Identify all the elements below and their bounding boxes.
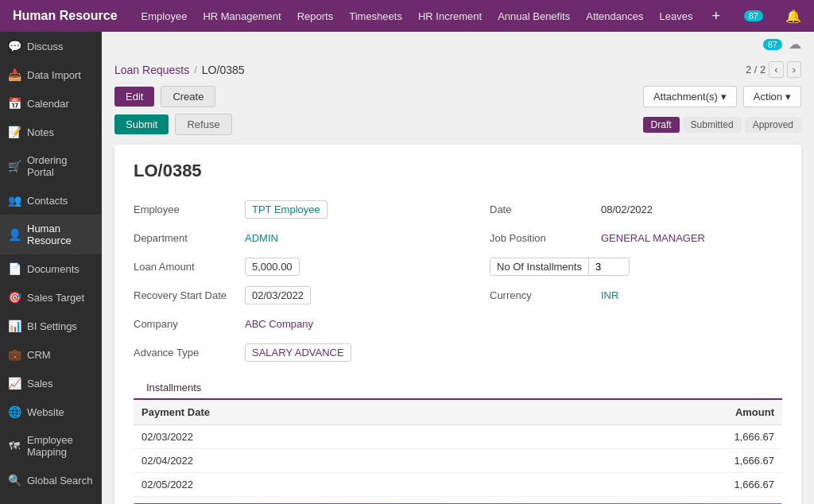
breadcrumb-current: LO/0385 [202, 64, 245, 76]
sidebar-label-website: Website [27, 406, 64, 418]
top-nav: Human Resource Employee HR Management Re… [0, 0, 814, 32]
no-installments-input[interactable] [589, 258, 629, 275]
nav-employee[interactable]: Employee [141, 10, 188, 22]
breadcrumb: Loan Requests / LO/0385 [114, 64, 245, 76]
job-position-label: Job Position [490, 232, 601, 244]
job-position-value[interactable]: GENERAL MANAGER [601, 232, 705, 244]
no-installments-field: No Of Installments [490, 254, 782, 278]
nav-attendances[interactable]: Attendances [586, 10, 643, 22]
status-approved-badge: Approved [745, 117, 801, 133]
page-header: Loan Requests / LO/0385 2 / 2 ‹ › [102, 56, 814, 83]
employee-mapping-icon: 🗺 [8, 440, 21, 452]
sidebar-item-website[interactable]: 🌐 Website [0, 397, 102, 426]
crm-icon: 💼 [8, 348, 21, 361]
sidebar-item-notes[interactable]: 📝 Notes [0, 118, 102, 146]
loan-amount-field: Loan Amount 5,000.00 [134, 254, 458, 278]
recovery-start-field: Recovery Start Date 02/03/2022 [134, 283, 458, 307]
sidebar-label-sales: Sales [27, 378, 53, 390]
sync-icon[interactable]: 🔔 [785, 9, 801, 24]
nav-timesheets[interactable]: Timesheets [349, 10, 402, 22]
nav-hr-increment[interactable]: HR Increment [418, 10, 482, 22]
create-button[interactable]: Create [161, 86, 215, 107]
sidebar-item-sales[interactable]: 📈 Sales [0, 369, 102, 397]
status-submitted-badge: Submitted [683, 117, 742, 133]
next-page-button[interactable]: › [787, 61, 801, 78]
col-amount: Amount [523, 400, 782, 425]
payment-date-cell: 02/05/2022 [134, 473, 523, 497]
sidebar-label-calendar: Calendar [27, 98, 69, 110]
company-field: Company ABC Company [134, 312, 458, 335]
company-value[interactable]: ABC Company [245, 318, 313, 330]
department-label: Department [134, 232, 245, 244]
breadcrumb-parent[interactable]: Loan Requests [114, 64, 189, 76]
installments-section: Installments Payment Date Amount 02/03/2… [134, 377, 782, 497]
col-payment-date: Payment Date [134, 400, 523, 425]
global-search-icon: 🔍 [8, 474, 21, 487]
employee-value[interactable]: TPT Employee [245, 200, 328, 219]
sidebar-label-global-search: Global Search [27, 475, 92, 487]
advance-type-value[interactable]: SALARY ADVANCE [245, 343, 351, 362]
form-left: Employee TPT Employee Department ADMIN L… [134, 197, 458, 364]
tab-installments[interactable]: Installments [134, 377, 214, 400]
department-value[interactable]: ADMIN [245, 232, 278, 244]
sidebar-item-contacts[interactable]: 👥 Contacts [0, 186, 102, 215]
sidebar-label-documents: Documents [27, 263, 79, 275]
nav-hr-management[interactable]: HR Management [203, 10, 281, 22]
sidebar-item-purchase[interactable]: 🛍 Purchase [0, 494, 102, 504]
notes-icon: 📝 [8, 126, 21, 138]
sidebar-item-employee-mapping[interactable]: 🗺 Employee Mapping [0, 426, 102, 466]
sidebar-label-notes: Notes [27, 126, 54, 138]
sidebar-label-contacts: Contacts [27, 195, 68, 207]
sidebar-label-data-import: Data Import [27, 69, 81, 81]
sidebar-item-bi-settings[interactable]: 📊 BI Settings [0, 312, 102, 340]
payment-date-cell: 02/03/2022 [134, 425, 523, 449]
sidebar-label-human-resource: Human Resource [27, 223, 94, 246]
app-brand: Human Resource [13, 9, 118, 23]
submit-button[interactable]: Submit [114, 114, 169, 134]
loan-amount-value[interactable]: 5,000.00 [245, 258, 300, 276]
currency-field: Currency INR [490, 283, 782, 307]
notification-bar: 87 ☁ [102, 32, 814, 56]
sidebar-item-documents[interactable]: 📄 Documents [0, 254, 102, 283]
sidebar-item-global-search[interactable]: 🔍 Global Search [0, 466, 102, 494]
sidebar-item-sales-target[interactable]: 🎯 Sales Target [0, 283, 102, 312]
nav-annual-benefits[interactable]: Annual Benefits [498, 10, 570, 22]
attachments-button[interactable]: Attachment(s) ▾ [643, 86, 737, 107]
table-row: 02/03/2022 1,666.67 [134, 425, 782, 449]
form-title: LO/0385 [134, 161, 782, 181]
contacts-icon: 👥 [8, 194, 21, 207]
action-button[interactable]: Action ▾ [743, 86, 801, 107]
attachments-chevron-icon: ▾ [721, 91, 727, 103]
sidebar-item-crm[interactable]: 💼 CRM [0, 340, 102, 369]
sidebar-item-data-import[interactable]: 📥 Data Import [0, 60, 102, 89]
date-value: 08/02/2022 [601, 204, 653, 215]
sidebar-item-discuss[interactable]: 💬 Discuss [0, 32, 102, 60]
nav-leaves[interactable]: Leaves [660, 10, 693, 22]
add-nav-button[interactable]: + [711, 8, 720, 25]
recovery-start-value[interactable]: 02/03/2022 [245, 286, 311, 304]
prev-page-button[interactable]: ‹ [769, 61, 783, 78]
loan-amount-label: Loan Amount [134, 261, 245, 273]
recovery-start-label: Recovery Start Date [134, 289, 245, 301]
table-row: 02/05/2022 1,666.67 [134, 473, 782, 497]
currency-value[interactable]: INR [601, 289, 618, 301]
sidebar-item-calendar[interactable]: 📅 Calendar [0, 89, 102, 118]
currency-label: Currency [490, 289, 601, 301]
form-grid: Employee TPT Employee Department ADMIN L… [134, 197, 782, 364]
nav-reports[interactable]: Reports [297, 10, 334, 22]
advance-type-label: Advance Type [134, 347, 245, 359]
sidebar-label-discuss: Discuss [27, 41, 64, 52]
payment-date-cell: 02/04/2022 [134, 449, 523, 473]
status-group: Draft Submitted Approved [643, 117, 801, 133]
sidebar-item-human-resource[interactable]: 👤 Human Resource [0, 215, 102, 254]
refuse-button[interactable]: Refuse [175, 114, 231, 135]
sales-icon: 📈 [8, 377, 21, 390]
calendar-icon: 📅 [8, 97, 21, 110]
action-label: Action [754, 91, 782, 103]
sales-target-icon: 🎯 [8, 291, 21, 304]
status-bar: Submit Refuse Draft Submitted Approved [102, 110, 814, 138]
sidebar-item-ordering-portal[interactable]: 🛒 Ordering Portal [0, 146, 102, 186]
edit-button[interactable]: Edit [114, 87, 154, 107]
tab-header: Installments [134, 377, 782, 400]
amount-cell: 1,666.67 [523, 473, 782, 497]
